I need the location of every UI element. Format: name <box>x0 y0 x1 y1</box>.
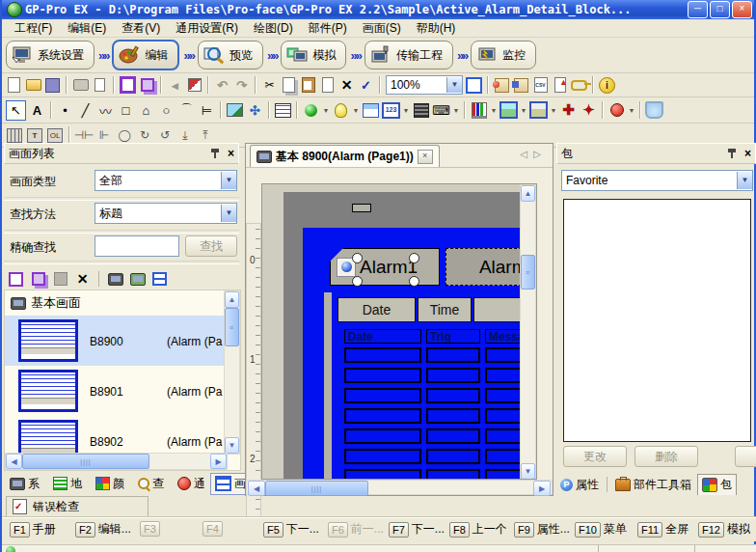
fkey-f6[interactable]: F6前一... <box>328 521 384 538</box>
lamp-dropdown-arrow[interactable]: ▼ <box>352 102 360 119</box>
keypad-part-icon[interactable] <box>412 101 430 120</box>
sampling-part-icon[interactable] <box>645 101 663 120</box>
canvas-hscrollbar[interactable]: ◀ |||| ▶ <box>246 480 553 495</box>
duplicate-icon[interactable] <box>319 77 336 94</box>
check-all-icon[interactable]: ✓ <box>358 77 374 94</box>
fkey-f11[interactable]: F11全屏 <box>637 521 688 538</box>
data-display-icon[interactable]: ✚ <box>559 101 578 120</box>
fkey-f4[interactable]: F4 <box>202 521 226 537</box>
pin-icon[interactable] <box>727 148 737 159</box>
tab-package[interactable]: 包 <box>697 474 737 495</box>
menu-parts[interactable]: 部件(P) <box>302 19 354 38</box>
graph-dropdown-arrow[interactable]: ▼ <box>490 102 498 119</box>
polygon-tool-icon[interactable]: ⌂ <box>137 101 155 120</box>
refresh-screen-icon[interactable] <box>129 271 146 288</box>
transfer-project-button[interactable]: 传输工程 <box>364 41 453 69</box>
save-icon[interactable] <box>44 77 61 94</box>
maximize-button[interactable]: □ <box>710 1 730 18</box>
scroll-down-button[interactable]: ▼ <box>521 463 535 480</box>
screen-group-header[interactable]: 基本画面 <box>5 290 240 316</box>
small-part-chip[interactable] <box>352 204 371 212</box>
simulation-button[interactable]: 模拟 <box>281 41 346 69</box>
fit-screen-icon[interactable] <box>466 77 482 94</box>
tab-properties[interactable]: P属性 <box>556 475 603 495</box>
partial-button[interactable] <box>735 446 756 467</box>
fkey-f1[interactable]: F1手册 <box>10 521 56 538</box>
image-tool-icon[interactable] <box>226 101 244 120</box>
scroll-left-button[interactable]: ◀ <box>6 454 22 469</box>
paste-icon[interactable] <box>300 77 316 94</box>
new-screen-icon[interactable] <box>120 77 136 94</box>
change-screen-icon[interactable] <box>186 77 202 94</box>
display-screen-icon[interactable] <box>107 271 123 288</box>
redo-icon[interactable]: ↷ <box>233 77 250 94</box>
system-settings-button[interactable]: 系统设置 <box>6 41 94 69</box>
numeric-display-icon[interactable]: 123 <box>382 101 400 120</box>
polyline-tool-icon[interactable]: 〰 <box>96 101 115 120</box>
special-data-icon[interactable]: ✦ <box>580 101 598 120</box>
menu-view[interactable]: 查看(V) <box>115 19 167 38</box>
zoom-combobox[interactable]: 100% ▼ <box>386 75 463 95</box>
error-check-tab[interactable]: 错误检查 <box>6 496 148 517</box>
package-dropdown-arrow[interactable]: ▼ <box>737 172 752 189</box>
cascade-screens-icon[interactable] <box>151 271 168 288</box>
close-button[interactable]: × <box>732 1 752 18</box>
scroll-thumb[interactable]: |||| <box>22 454 149 469</box>
open-file-icon[interactable] <box>25 77 41 94</box>
fkey-f7[interactable]: F7下一... <box>389 521 445 538</box>
screen-type-dropdown-arrow[interactable]: ▼ <box>221 172 236 189</box>
picture-display-icon[interactable] <box>500 101 518 120</box>
refine-search-input[interactable] <box>94 235 179 257</box>
search-method-combobox[interactable]: 标题 ▼ <box>94 203 237 224</box>
table-tool-icon[interactable] <box>274 101 292 120</box>
scroll-down-button[interactable]: ▼ <box>225 437 239 454</box>
movie-display-icon[interactable] <box>529 101 548 120</box>
scroll-left-button[interactable]: ◀ <box>248 481 265 496</box>
lamp-part-icon[interactable] <box>332 101 350 120</box>
csv-export-icon[interactable]: CSV <box>532 77 549 94</box>
delete-icon[interactable]: ✕ <box>338 77 355 94</box>
arc-tool-icon[interactable]: ⌒ <box>177 101 196 120</box>
close-panel-icon[interactable]: × <box>744 148 751 159</box>
scroll-up-button[interactable]: ▲ <box>225 291 239 308</box>
function-part-icon[interactable]: ⌨ <box>432 101 450 120</box>
new-file-icon[interactable] <box>6 77 22 94</box>
menu-project[interactable]: 工程(F) <box>8 19 59 38</box>
selection-handle[interactable] <box>352 253 363 263</box>
circle-tool-icon[interactable]: ○ <box>157 101 176 120</box>
print-icon[interactable] <box>72 77 89 94</box>
alarm-table[interactable]: Date Trig Message <box>344 329 537 480</box>
paste-screen-icon[interactable] <box>52 271 68 288</box>
screen-list-item-b8900[interactable]: B8900 (Alarm (Pa <box>5 316 225 366</box>
zoom-dropdown-arrow[interactable]: ▼ <box>446 77 462 93</box>
monitor-button[interactable]: 监控 <box>471 41 536 69</box>
fkey-f10[interactable]: F10菜单 <box>575 521 627 538</box>
editor-tab-base8900[interactable]: 基本 8900(Alarm (Page1)) × <box>250 145 440 167</box>
alarm-part-icon[interactable] <box>608 101 626 120</box>
delete-button[interactable]: 删除 <box>634 446 698 467</box>
screen-list-vscrollbar[interactable]: ▲ ≡ ▼ <box>224 290 240 455</box>
tab-common[interactable]: 通 <box>174 474 209 494</box>
function-dropdown-arrow[interactable]: ▼ <box>452 102 460 119</box>
menu-edit[interactable]: 编辑(E) <box>61 19 113 38</box>
date-header-cell[interactable]: Date <box>338 297 416 322</box>
close-panel-icon[interactable]: × <box>228 148 234 159</box>
selection-handle[interactable] <box>409 253 419 263</box>
symbol-settings-icon[interactable] <box>513 77 529 94</box>
pin-icon[interactable] <box>210 148 220 159</box>
line-tool-icon[interactable]: ╱ <box>76 101 94 120</box>
edit-button[interactable]: 编辑 <box>112 40 179 70</box>
copy-screen-icon[interactable] <box>139 77 155 94</box>
tab-color[interactable]: 颜 <box>92 474 128 494</box>
new-screen-icon[interactable] <box>8 271 24 288</box>
menu-draw[interactable]: 绘图(D) <box>247 19 300 38</box>
tab-parts-toolbox[interactable]: 部件工具箱 <box>611 475 695 495</box>
canvas-vscrollbar[interactable]: ▲ ≡ ▼ <box>520 184 536 480</box>
screen-type-combobox[interactable]: 全部 ▼ <box>94 170 237 191</box>
security-key-icon[interactable] <box>571 77 587 94</box>
preview-button[interactable]: 预览 <box>198 41 263 69</box>
fkey-f3[interactable]: F3 <box>140 521 163 537</box>
copy-icon[interactable] <box>281 77 297 94</box>
scroll-thumb[interactable]: ≡ <box>521 255 535 290</box>
mark-tool-icon[interactable]: ✣ <box>246 101 264 120</box>
